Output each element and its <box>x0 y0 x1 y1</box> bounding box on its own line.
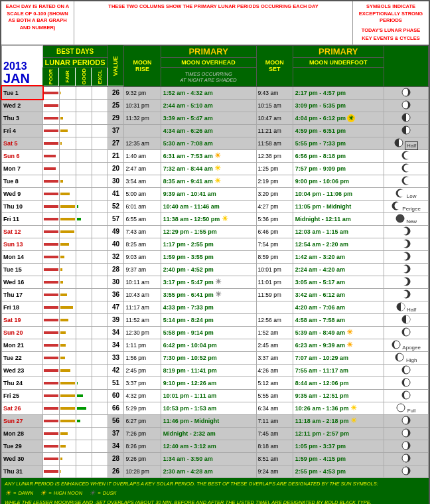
underfoot-time: 4:20 am - 7:06 am <box>293 301 384 313</box>
underfoot-time: 11:18 am - 2:18 pm ☀ <box>293 414 384 427</box>
moon-phase-cell: Half <box>384 137 428 149</box>
value-cell: 42 <box>107 364 124 377</box>
day-label: Fri 4 <box>2 124 43 137</box>
bar-poor <box>42 288 59 301</box>
value-cell: 51 <box>107 377 124 389</box>
bar-poor <box>42 465 59 477</box>
bar-excl <box>92 452 107 465</box>
bar-poor <box>42 301 59 313</box>
day-label: Wed 23 <box>2 364 43 377</box>
moon-phase-cell <box>384 112 428 124</box>
bar-poor <box>42 250 59 263</box>
bar-fair <box>59 212 76 225</box>
col-underfoot-sub: MOON UNDERFOOT <box>293 57 384 67</box>
value-cell: 26 <box>107 465 124 477</box>
moon-phase-cell <box>384 149 428 162</box>
moon-phase-cell <box>384 124 428 137</box>
bar-fair <box>59 326 76 339</box>
bar-poor <box>42 276 59 288</box>
underfoot-time: Midnight - 12:11 am <box>293 212 384 225</box>
overhead-time: 8:35 am - 9:41 am ☀ <box>161 175 256 187</box>
moon-rise: 8:26 pm <box>124 440 161 452</box>
day-label: Wed 16 <box>2 276 43 288</box>
day-label: Wed 30 <box>2 452 43 465</box>
bar-fair <box>59 301 76 313</box>
bar-good <box>76 99 92 112</box>
col-good: GOOD <box>76 67 92 86</box>
overhead-time: 1:34 am - 3:50 am <box>161 452 256 465</box>
underfoot-time: 3:05 am - 5:17 am <box>293 276 384 288</box>
bar-excl <box>92 200 107 212</box>
moon-rise: 12:35 am <box>124 137 161 149</box>
bar-fair <box>59 389 76 402</box>
bar-fair <box>59 288 76 301</box>
times-shaded-note: TIMES OCCURRINGAT NIGHT ARE SHADED <box>161 67 256 86</box>
moon-phase-cell <box>384 452 428 465</box>
bar-excl <box>92 238 107 250</box>
bar-excl <box>92 112 107 124</box>
overhead-time: 9:39 am - 10:41 am <box>161 187 256 200</box>
value-cell: 36 <box>107 288 124 301</box>
value-cell: 34 <box>107 326 124 339</box>
bar-excl <box>92 86 107 99</box>
bar-poor <box>42 364 59 377</box>
svg-point-6 <box>403 151 411 159</box>
moon-set: 8:18 am <box>256 440 293 452</box>
day-label: Tue 1 <box>2 86 43 99</box>
moon-rise: 5:29 pm <box>124 402 161 414</box>
day-label: Tue 29 <box>2 440 43 452</box>
moon-set: 5:36 pm <box>256 212 293 225</box>
bar-good <box>76 402 92 414</box>
bar-excl <box>92 149 107 162</box>
bar-excl <box>92 212 107 225</box>
value-cell: 56 <box>107 414 124 427</box>
underfoot-time: 6:23 am - 9:39 am ☀ <box>293 339 384 351</box>
value-cell: 21 <box>107 149 124 162</box>
bar-poor <box>42 339 59 351</box>
bar-good <box>76 389 92 402</box>
bar-excl <box>92 465 107 477</box>
day-label: Fri 25 <box>2 389 43 402</box>
moon-rise: 12:30 pm <box>124 326 161 339</box>
moon-phase-cell <box>384 414 428 427</box>
value-cell: 39 <box>107 313 124 326</box>
day-label: Thu 3 <box>2 112 43 124</box>
moon-phase-cell <box>384 250 428 263</box>
bar-fair <box>59 313 76 326</box>
moon-set: 10:47 am <box>256 112 293 124</box>
col-fair: FAIR <box>59 67 76 86</box>
value-cell: 41 <box>107 187 124 200</box>
moon-set: 1:52 am <box>256 326 293 339</box>
bar-poor <box>42 187 59 200</box>
day-label: Tue 15 <box>2 263 43 276</box>
bar-poor <box>42 263 59 276</box>
annotation-left: EACH DAY IS RATED ON A SCALE OF 0-100 (S… <box>1 1 74 44</box>
overhead-time: 5:14 pm - 8:24 pm <box>161 313 256 326</box>
bar-good <box>76 124 92 137</box>
overhead-time: 2:44 am - 5:10 am <box>161 99 256 112</box>
moon-phase-cell <box>384 326 428 339</box>
bar-fair <box>59 149 76 162</box>
underfoot-time: 9:35 am - 12:51 pm <box>293 389 384 402</box>
moon-rise: 10:43 am <box>124 288 161 301</box>
bar-poor <box>42 427 59 440</box>
day-label: Tue 22 <box>2 351 43 364</box>
moon-phase-cell <box>384 440 428 452</box>
moon-rise: 7:43 am <box>124 225 161 238</box>
overhead-time: 11:38 am - 12:50 pm ☀ <box>161 212 256 225</box>
underfoot-time: 2:55 pm - 4:53 pm <box>293 465 384 477</box>
col-primary-overhead-header: PRIMARY <box>161 45 256 57</box>
col-overhead-sub: MOON OVERHEAD <box>161 57 256 67</box>
moon-rise: 5:00 am <box>124 187 161 200</box>
bar-good <box>76 276 92 288</box>
bar-poor <box>42 402 59 414</box>
bar-excl <box>92 339 107 351</box>
bar-good <box>76 187 92 200</box>
moon-rise: 9:03 am <box>124 250 161 263</box>
bar-good <box>76 301 92 313</box>
bar-poor <box>42 351 59 364</box>
overhead-time: 6:42 pm - 10:04 pm <box>161 339 256 351</box>
underfoot-time: 10:26 am - 1:36 pm ☀ <box>293 402 384 414</box>
value-cell: 40 <box>107 238 124 250</box>
day-label: Sun 6 <box>2 149 43 162</box>
